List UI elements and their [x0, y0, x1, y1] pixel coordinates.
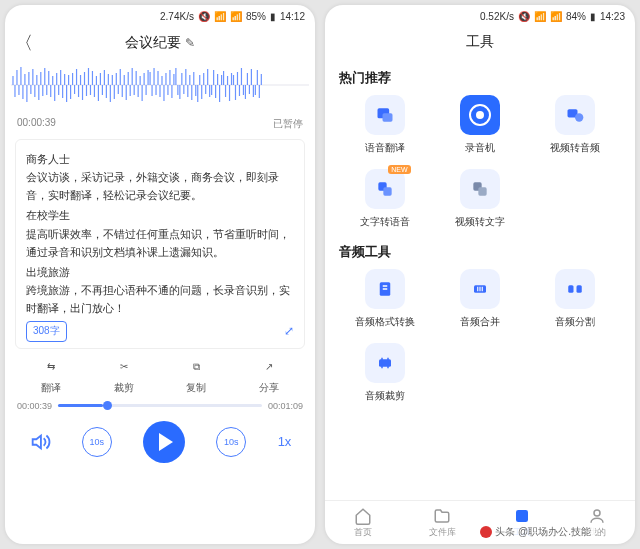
tool-label: 文字转语音: [360, 215, 410, 229]
status-bar: 2.74K/s 🔇 📶 📶 85% ▮ 14:12: [5, 5, 315, 27]
user-icon: [588, 507, 606, 525]
split-icon: [555, 269, 595, 309]
svg-rect-12: [379, 359, 391, 367]
progress-bar[interactable]: [58, 404, 262, 407]
svg-rect-13: [516, 510, 528, 522]
tool-audio-split[interactable]: 音频分割: [530, 269, 621, 329]
net-speed: 0.52K/s: [480, 11, 514, 22]
wifi-icon: 📶: [214, 11, 226, 22]
svg-point-3: [575, 113, 583, 121]
battery-pct: 84%: [566, 11, 586, 22]
signal-icon: 📶: [550, 11, 562, 22]
clock: 14:23: [600, 11, 625, 22]
translate-icon: ⇆: [41, 357, 61, 377]
share-icon: ↗: [259, 357, 279, 377]
left-phone: 2.74K/s 🔇 📶 📶 85% ▮ 14:12 〈 会议纪要 ✎ 00:00…: [5, 5, 315, 544]
home-icon: [354, 507, 372, 525]
progress-current: 00:00:39: [17, 401, 52, 411]
hot-grid: 语音翻译 录音机 视频转音频 NEW 文字转语音 视频转文字: [339, 95, 621, 229]
convert-icon: [365, 269, 405, 309]
tts-icon: NEW: [365, 169, 405, 209]
net-speed: 2.74K/s: [160, 11, 194, 22]
transcript-box[interactable]: 商务人士 会议访谈，采访记录，外籍交谈，商务会议，即刻录音，实时翻译，轻松记录会…: [15, 139, 305, 349]
forward-10s-button[interactable]: 10s: [216, 427, 246, 457]
tools-body: 热门推荐 语音翻译 录音机 视频转音频 NEW 文字转语音: [325, 55, 635, 500]
section-hot: 热门推荐 语音翻译 录音机 视频转音频 NEW 文字转语音: [325, 55, 635, 229]
status-bar: 0.52K/s 🔇 📶 📶 84% ▮ 14:23: [325, 5, 635, 27]
rewind-10s-button[interactable]: 10s: [82, 427, 112, 457]
tool-text-to-speech[interactable]: NEW 文字转语音: [339, 169, 430, 229]
wifi-icon: 📶: [534, 11, 546, 22]
section-audio: 音频工具 音频格式转换 音频合并 音频分割 音频裁剪: [325, 229, 635, 403]
watermark: 头条 @职场办公.技能: [476, 524, 595, 540]
audio-crop-icon: [365, 343, 405, 383]
edit-icon[interactable]: ✎: [185, 36, 195, 50]
progress-row: 00:00:39 00:01:09: [5, 399, 315, 413]
tool-audio-merge[interactable]: 音频合并: [434, 269, 525, 329]
play-state: 已暂停: [273, 117, 303, 131]
tool-label: 录音机: [465, 141, 495, 155]
translate-button[interactable]: ⇆ 翻译: [41, 357, 61, 395]
tool-label: 复制: [186, 381, 206, 395]
word-count-badge: 308字: [26, 321, 67, 342]
tool-recorder[interactable]: 录音机: [434, 95, 525, 155]
waveform[interactable]: [11, 61, 309, 109]
crop-button[interactable]: ✂ 裁剪: [114, 357, 134, 395]
heading-1: 商务人士: [26, 150, 294, 168]
section-title: 热门推荐: [339, 69, 621, 87]
tool-label: 裁剪: [114, 381, 134, 395]
crop-icon: ✂: [114, 357, 134, 377]
back-icon[interactable]: 〈: [15, 31, 33, 55]
meta-row: 00:00:39 已暂停: [5, 113, 315, 135]
tool-label: 视频转音频: [550, 141, 600, 155]
svg-rect-1: [382, 113, 392, 121]
section-title: 音频工具: [339, 243, 621, 261]
tool-label: 视频转文字: [455, 215, 505, 229]
audio-grid: 音频格式转换 音频合并 音频分割 音频裁剪: [339, 269, 621, 403]
battery-icon: ▮: [590, 11, 596, 22]
progress-thumb[interactable]: [103, 401, 112, 410]
tool-label: 音频格式转换: [355, 315, 415, 329]
volume-icon[interactable]: [29, 431, 51, 453]
tool-label: 分享: [259, 381, 279, 395]
tool-video-to-audio[interactable]: 视频转音频: [530, 95, 621, 155]
header: 〈 会议纪要 ✎: [5, 27, 315, 59]
page-title: 工具: [325, 27, 635, 55]
tool-audio-crop[interactable]: 音频裁剪: [339, 343, 430, 403]
tool-video-to-text[interactable]: 视频转文字: [434, 169, 525, 229]
para-2: 提高听课效率，不错过任何重点知识，节省重听时间，通过录音和识别文档填补课上遗漏知…: [26, 225, 294, 261]
share-button[interactable]: ↗ 分享: [259, 357, 279, 395]
recorder-icon: [460, 95, 500, 135]
battery-pct: 85%: [246, 11, 266, 22]
tab-home[interactable]: 首页: [354, 507, 372, 539]
play-button[interactable]: [143, 421, 185, 463]
watermark-text: 头条 @职场办公.技能: [495, 525, 591, 539]
tool-label: 语音翻译: [365, 141, 405, 155]
para-1: 会议访谈，采访记录，外籍交谈，商务会议，即刻录音，实时翻译，轻松记录会议纪要。: [26, 168, 294, 204]
clock: 14:12: [280, 11, 305, 22]
mute-icon: 🔇: [198, 11, 210, 22]
heading-3: 出境旅游: [26, 263, 294, 281]
page-title: 会议纪要: [125, 34, 181, 52]
tool-audio-convert[interactable]: 音频格式转换: [339, 269, 430, 329]
tool-voice-translate[interactable]: 语音翻译: [339, 95, 430, 155]
battery-icon: ▮: [270, 11, 276, 22]
signal-icon: 📶: [230, 11, 242, 22]
svg-rect-7: [478, 187, 486, 195]
video-audio-icon: [555, 95, 595, 135]
svg-rect-11: [577, 285, 582, 293]
svg-rect-5: [383, 187, 391, 195]
folder-icon: [433, 507, 451, 525]
watermark-avatar: [480, 526, 492, 538]
tab-files[interactable]: 文件库: [429, 507, 456, 539]
tab-label: 文件库: [429, 526, 456, 539]
copy-button[interactable]: ⧉ 复制: [186, 357, 206, 395]
elapsed-time: 00:00:39: [17, 117, 56, 131]
expand-icon[interactable]: ⤢: [284, 322, 294, 342]
heading-2: 在校学生: [26, 206, 294, 224]
merge-icon: [460, 269, 500, 309]
speed-button[interactable]: 1x: [278, 434, 292, 449]
svg-point-14: [594, 510, 600, 516]
tools-icon: [513, 507, 531, 525]
player-controls: 10s 10s 1x: [5, 413, 315, 473]
